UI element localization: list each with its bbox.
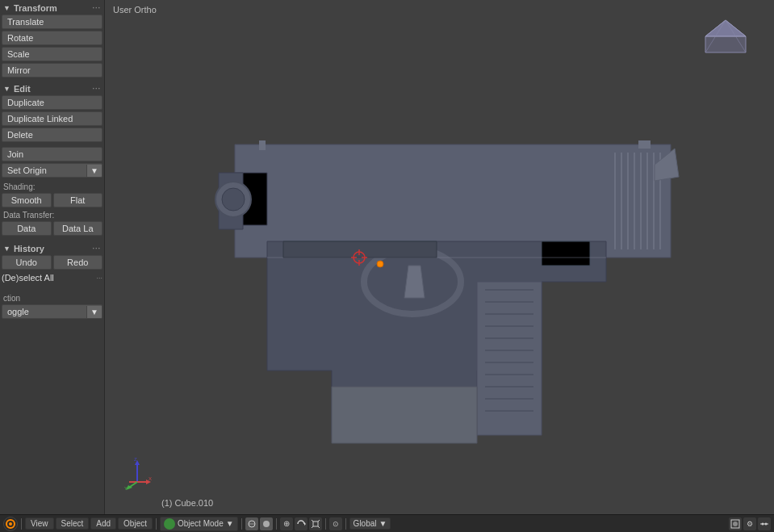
history-dots: ··· xyxy=(92,245,101,253)
svg-marker-17 xyxy=(477,282,542,435)
svg-point-59 xyxy=(263,521,270,527)
svg-rect-12 xyxy=(640,153,642,249)
separator-6 xyxy=(345,518,346,530)
transform-dots: ··· xyxy=(92,4,101,12)
viewport-label: User Ortho xyxy=(113,5,157,15)
svg-point-38 xyxy=(222,188,245,211)
svg-text:X: X xyxy=(149,476,152,481)
transform-arrow: ▼ xyxy=(3,4,10,12)
set-origin-arrow-icon: ▼ xyxy=(86,165,102,177)
data-button[interactable]: Data xyxy=(2,221,52,236)
mode-dropdown[interactable]: Object Mode ▼ xyxy=(160,517,238,531)
axes-widget: Z X Y xyxy=(121,458,153,490)
mirror-button[interactable]: Mirror xyxy=(2,63,103,77)
set-origin-dropdown[interactable]: Set Origin ▼ xyxy=(2,163,103,178)
undo-button[interactable]: Undo xyxy=(2,255,52,270)
svg-marker-33 xyxy=(542,241,590,266)
toggle-label: oggle xyxy=(2,305,86,318)
sidebar: ▼ Transform ··· Translate Rotate Scale M… xyxy=(0,0,105,514)
svg-marker-31 xyxy=(332,387,477,443)
deselect-all-label[interactable]: (De)select All xyxy=(2,273,54,283)
object-info: (1) Cube.010 xyxy=(161,498,213,508)
svg-point-70 xyxy=(765,522,768,525)
shading-label: Shading: xyxy=(2,182,103,191)
mode-dropdown-arrow: ▼ xyxy=(226,519,234,528)
add-menu-button[interactable]: Add xyxy=(90,517,116,530)
solid-icon[interactable] xyxy=(260,517,273,530)
edit-dots: ··· xyxy=(92,85,101,93)
svg-rect-34 xyxy=(259,140,266,150)
rotate-icon[interactable] xyxy=(295,517,308,530)
deselect-dots: ··· xyxy=(96,274,103,282)
global-arrow: ▼ xyxy=(379,519,387,528)
smooth-button[interactable]: Smooth xyxy=(2,193,52,207)
edit-section-header[interactable]: ▼ Edit ··· xyxy=(2,82,103,95)
rotate-button[interactable]: Rotate xyxy=(2,31,103,45)
duplicate-button[interactable]: Duplicate xyxy=(2,95,103,110)
svg-text:Y: Y xyxy=(124,486,128,490)
svg-rect-13 xyxy=(646,153,648,249)
data-transfer-label: Data Transfer: xyxy=(2,211,103,220)
view-menu-button[interactable]: View xyxy=(25,517,54,530)
separator-2 xyxy=(156,518,157,530)
set-origin-label: Set Origin xyxy=(2,164,86,177)
svg-rect-9 xyxy=(621,153,622,249)
delete-button[interactable]: Delete xyxy=(2,128,103,142)
blender-icon[interactable] xyxy=(3,517,18,531)
history-arrow: ▼ xyxy=(3,245,10,253)
transform-label: Transform xyxy=(14,3,57,13)
svg-rect-35 xyxy=(638,140,651,149)
svg-point-56 xyxy=(9,522,12,526)
svg-rect-11 xyxy=(634,153,635,249)
shading-row: Smooth Flat xyxy=(2,193,103,209)
global-dropdown[interactable]: Global ▼ xyxy=(349,517,391,530)
main-layout: ▼ Transform ··· Translate Rotate Scale M… xyxy=(0,0,774,514)
svg-rect-8 xyxy=(614,153,616,249)
scale-button[interactable]: Scale xyxy=(2,47,103,61)
timeline-icon[interactable] xyxy=(758,517,771,530)
translate-button[interactable]: Translate xyxy=(2,15,103,29)
redo-button[interactable]: Redo xyxy=(53,255,103,270)
pivot-icon[interactable]: ⊙ xyxy=(329,517,342,530)
mode-label: Object Mode xyxy=(178,519,224,528)
edit-arrow: ▼ xyxy=(3,85,10,93)
separator-4 xyxy=(276,518,277,530)
ction-label: ction xyxy=(2,294,103,303)
properties-icon[interactable]: ⚙ xyxy=(743,517,756,530)
join-button[interactable]: Join xyxy=(2,147,103,161)
viewport[interactable]: User Ortho xyxy=(105,0,774,514)
svg-point-69 xyxy=(762,522,764,525)
render-icon[interactable] xyxy=(729,517,742,530)
cursor-crosshair xyxy=(351,249,367,266)
data-transfer-row: Data Data La xyxy=(2,221,103,237)
svg-line-65 xyxy=(318,526,320,528)
separator-1 xyxy=(21,518,22,530)
history-label: History xyxy=(14,244,44,253)
svg-marker-5 xyxy=(235,145,671,258)
object-menu-button[interactable]: Object xyxy=(118,517,153,530)
select-menu-button[interactable]: Select xyxy=(56,517,90,530)
data-la-button[interactable]: Data La xyxy=(53,221,103,236)
gun-model xyxy=(105,0,774,514)
edit-label: Edit xyxy=(14,84,31,94)
svg-marker-30 xyxy=(404,266,425,298)
svg-rect-10 xyxy=(627,153,629,249)
scale-icon[interactable] xyxy=(309,517,322,530)
svg-line-62 xyxy=(312,520,313,522)
svg-line-64 xyxy=(312,526,313,528)
move-icon[interactable]: ⊕ xyxy=(280,517,293,530)
wireframe-icon[interactable] xyxy=(245,517,258,530)
bottom-bar: View Select Add Object Object Mode ▼ ⊕ xyxy=(0,514,774,532)
transform-section-header[interactable]: ▼ Transform ··· xyxy=(2,2,103,15)
svg-marker-60 xyxy=(304,522,306,526)
global-label: Global xyxy=(354,519,377,528)
separator-3 xyxy=(241,518,242,530)
svg-point-67 xyxy=(733,522,738,526)
svg-line-63 xyxy=(318,520,320,522)
duplicate-linked-button[interactable]: Duplicate Linked xyxy=(2,111,103,126)
undo-redo-row: Undo Redo xyxy=(2,255,103,271)
svg-text:Z: Z xyxy=(134,458,137,462)
flat-button[interactable]: Flat xyxy=(53,193,103,207)
history-section-header[interactable]: ▼ History ··· xyxy=(2,242,103,255)
toggle-dropdown[interactable]: oggle ▼ xyxy=(2,304,103,319)
